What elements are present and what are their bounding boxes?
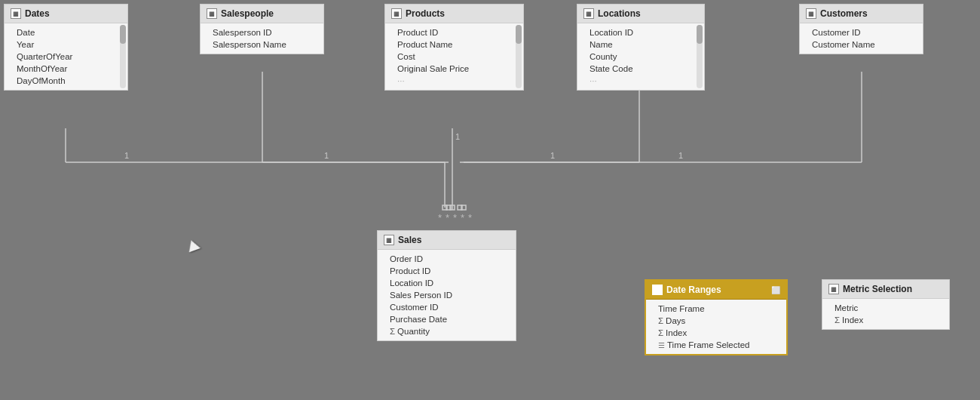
svg-rect-11 <box>450 205 455 210</box>
table-icon: ▦ <box>828 284 839 294</box>
mouse-cursor <box>185 238 201 253</box>
field-days: ΣDays <box>646 315 786 327</box>
products-table-title: Products <box>406 8 445 19</box>
products-table: ▦ Products Product ID Product Name Cost … <box>384 4 524 91</box>
sales-table-header: ▦ Sales <box>378 231 516 250</box>
customers-table-header: ▦ Customers <box>800 5 923 23</box>
field-order-id: Order ID <box>378 253 516 265</box>
field-locations-more: ··· <box>577 75 694 87</box>
svg-rect-8 <box>446 205 451 210</box>
dates-table-header: ▦ Dates <box>5 5 127 23</box>
locations-table-title: Locations <box>598 8 641 19</box>
field-original-sale-price: Original Sale Price <box>385 63 513 75</box>
table-icon: ▦ <box>806 8 816 19</box>
dates-table-body: Date Year QuarterOfYear MonthOfYear DayO… <box>5 23 127 90</box>
field-state-code: State Code <box>577 63 694 75</box>
sigma-icon: Σ <box>390 327 395 336</box>
table-icon: ▦ <box>583 8 594 19</box>
date-ranges-table: ▦ Date Ranges ⬜ Time Frame ΣDays ΣIndex … <box>645 279 788 355</box>
products-table-header: ▦ Products <box>385 5 523 23</box>
sigma-icon: Σ <box>835 315 840 325</box>
field-date: Date <box>5 26 127 38</box>
salespeople-table-body: Salesperson ID Salesperson Name <box>201 23 323 54</box>
field-time-frame: Time Frame <box>646 303 786 315</box>
field-sales-person-id: Sales Person ID <box>378 289 516 301</box>
products-table-body: Product ID Product Name Cost Original Sa… <box>385 23 523 90</box>
metric-selection-table: ▦ Metric Selection Metric ΣIndex <box>822 279 950 330</box>
field-metric: Metric <box>822 302 949 314</box>
table-icon: ▦ <box>652 285 663 295</box>
field-product-id: Product ID <box>385 26 513 38</box>
field-salesperson-name: Salesperson Name <box>201 38 323 51</box>
field-product-id: Product ID <box>378 265 516 277</box>
field-location-id: Location ID <box>577 26 694 38</box>
field-index: ΣIndex <box>646 327 786 339</box>
field-customer-id: Customer ID <box>800 26 923 38</box>
svg-text:*: * <box>468 212 472 223</box>
locations-scrollbar[interactable] <box>697 25 703 88</box>
field-purchase-date: Purchase Date <box>378 313 516 325</box>
salespeople-table-header: ▦ Salespeople <box>201 5 323 23</box>
date-ranges-table-body: Time Frame ΣDays ΣIndex ☰Time Frame Sele… <box>646 300 786 354</box>
locations-table: ▦ Locations Location ID Name County Stat… <box>577 4 705 91</box>
svg-text:*: * <box>446 212 449 223</box>
field-year: Year <box>5 38 127 51</box>
field-salesperson-id: Salesperson ID <box>201 26 323 38</box>
field-name: Name <box>577 38 694 51</box>
sales-table: ▦ Sales Order ID Product ID Location ID … <box>377 230 516 341</box>
customers-table-body: Customer ID Customer Name <box>800 23 923 54</box>
svg-rect-19 <box>461 205 466 210</box>
field-customer-id: Customer ID <box>378 301 516 313</box>
svg-rect-4 <box>443 205 447 210</box>
field-county: County <box>577 51 694 63</box>
calendar-field-icon: ☰ <box>658 341 665 349</box>
customers-table-title: Customers <box>820 8 868 19</box>
svg-text:1: 1 <box>124 151 129 160</box>
field-monthofyear: MonthOfYear <box>5 63 127 75</box>
svg-text:*: * <box>453 212 457 223</box>
svg-text:1: 1 <box>455 132 460 141</box>
date-ranges-expand-icon[interactable]: ⬜ <box>771 286 780 294</box>
locations-table-body: Location ID Name County State Code ··· <box>577 23 704 90</box>
svg-text:1: 1 <box>550 151 555 160</box>
field-product-name: Product Name <box>385 38 513 51</box>
date-ranges-table-title: Date Ranges <box>666 285 721 295</box>
field-quantity: ΣQuantity <box>378 325 516 337</box>
date-ranges-table-header: ▦ Date Ranges ⬜ <box>646 281 786 300</box>
salespeople-table-title: Salespeople <box>221 8 274 19</box>
svg-text:1: 1 <box>324 151 329 160</box>
sales-table-title: Sales <box>398 235 421 245</box>
field-index: ΣIndex <box>822 314 949 326</box>
dates-scrollbar[interactable] <box>120 25 126 88</box>
field-time-frame-selected: ☰Time Frame Selected <box>646 339 786 351</box>
svg-text:*: * <box>461 212 464 223</box>
table-icon: ▦ <box>391 8 402 19</box>
svg-rect-15 <box>458 205 462 210</box>
dates-table: ▦ Dates Date Year QuarterOfYear MonthOfY… <box>4 4 128 91</box>
metric-selection-table-body: Metric ΣIndex <box>822 299 949 329</box>
locations-table-header: ▦ Locations <box>577 5 704 23</box>
metric-selection-table-title: Metric Selection <box>843 284 912 294</box>
dates-table-title: Dates <box>25 8 50 19</box>
sales-table-body: Order ID Product ID Location ID Sales Pe… <box>378 250 516 340</box>
field-location-id: Location ID <box>378 277 516 289</box>
sigma-icon: Σ <box>658 328 663 337</box>
customers-table: ▦ Customers Customer ID Customer Name <box>799 4 923 54</box>
field-quarterofyear: QuarterOfYear <box>5 51 127 63</box>
table-icon: ▦ <box>384 235 394 245</box>
svg-text:1: 1 <box>678 151 683 160</box>
svg-text:*: * <box>438 212 442 223</box>
metric-selection-table-header: ▦ Metric Selection <box>822 280 949 299</box>
table-icon: ▦ <box>207 8 217 19</box>
sigma-icon: Σ <box>658 316 663 325</box>
salespeople-table: ▦ Salespeople Salesperson ID Salesperson… <box>200 4 324 54</box>
field-customer-name: Customer Name <box>800 38 923 51</box>
products-scrollbar[interactable] <box>516 25 522 88</box>
table-icon: ▦ <box>11 8 21 19</box>
field-products-more: ··· <box>385 75 513 87</box>
field-dayofmonth: DayOfMonth <box>5 75 127 87</box>
field-cost: Cost <box>385 51 513 63</box>
